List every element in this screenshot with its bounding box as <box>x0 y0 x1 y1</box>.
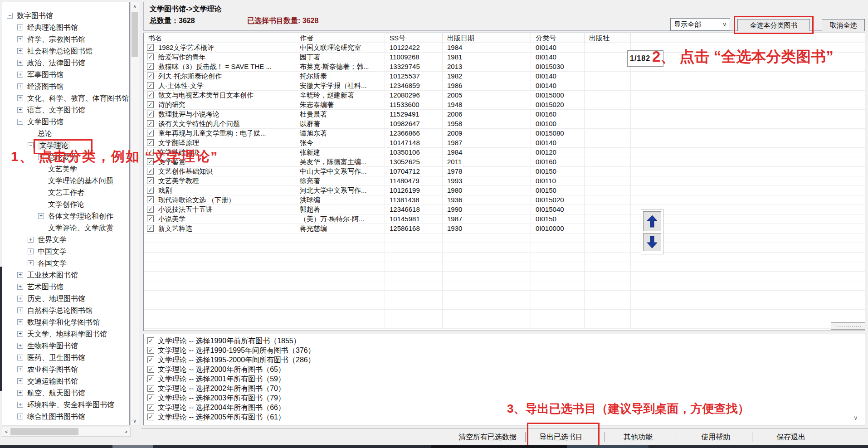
selection-list-item[interactable]: ✓文学理论 -- 选择2005年所有图书（61） <box>147 412 865 422</box>
table-row[interactable]: ✓谈有关文学特性的几个问题以群著1098264719580I0100 <box>144 119 865 129</box>
selection-checkbox[interactable]: ✓ <box>147 347 154 354</box>
expand-icon[interactable]: + <box>38 213 44 219</box>
expand-icon[interactable]: + <box>17 36 23 42</box>
move-up-button[interactable] <box>643 211 661 231</box>
tree-item[interactable]: +生物科学图书馆 <box>2 340 129 352</box>
table-row[interactable]: ✓数理批评与小说考论杜贵晨著1152949120060I0160 <box>144 110 865 119</box>
selection-checkbox[interactable]: ✓ <box>147 337 154 344</box>
cancel-select-all-button[interactable]: 取消全选 <box>822 19 865 31</box>
selection-checkbox[interactable]: ✓ <box>147 414 154 420</box>
column-header[interactable]: 出版日期 <box>443 33 531 43</box>
column-header[interactable]: 书名 <box>144 33 295 43</box>
table-row[interactable]: ✓小说美学（美）万·梅特尔·阿...1014598119870I0150 <box>144 214 865 224</box>
tree-item[interactable]: +医药、卫生图书馆 <box>2 352 129 364</box>
tree-item[interactable]: +经济图书馆 <box>2 81 129 93</box>
selection-checkbox[interactable]: ✓ <box>147 375 154 382</box>
expand-icon[interactable]: + <box>17 414 23 419</box>
row-checkbox[interactable]: ✓ <box>147 73 154 79</box>
selection-list-item[interactable]: ✓文学理论 -- 选择1995-2000年间所有图书（286） <box>147 355 865 365</box>
expand-icon[interactable]: + <box>17 402 23 408</box>
tree-item[interactable]: 文学理论的基本问题 <box>2 175 129 187</box>
expand-icon[interactable]: + <box>28 260 34 266</box>
tree-item[interactable]: 总论 <box>2 128 129 140</box>
tree-item[interactable]: −文学图书馆 <box>2 116 129 128</box>
collapse-icon[interactable]: − <box>7 13 13 19</box>
column-header[interactable]: SS号 <box>385 33 443 43</box>
tree-item[interactable]: +综合性图书图书馆 <box>2 411 129 423</box>
expand-icon[interactable]: + <box>17 284 23 290</box>
selection-list-item[interactable]: ✓文学理论 -- 选择2000年所有图书（65） <box>147 365 865 374</box>
row-checkbox[interactable]: ✓ <box>147 196 154 203</box>
expand-icon[interactable]: + <box>17 48 23 54</box>
move-down-button[interactable] <box>643 233 661 251</box>
save-exit-button[interactable]: 保存退出 <box>776 433 805 442</box>
expand-icon[interactable]: + <box>17 343 23 349</box>
selection-checkbox[interactable]: ✓ <box>147 366 154 373</box>
tree-item[interactable]: +农业科学图书馆 <box>2 364 129 375</box>
collapse-icon[interactable]: − <box>17 119 23 125</box>
scroll-up-arrow-icon[interactable]: ∧ <box>131 2 139 10</box>
tree-item[interactable]: +政治、法律图书馆 <box>2 57 129 69</box>
tree-item[interactable]: +自然科学总论图书馆 <box>2 305 129 317</box>
tree-item[interactable]: +经典理论图书馆 <box>2 22 129 34</box>
tree-item[interactable]: +社会科学总论图书馆 <box>2 45 129 57</box>
table-row[interactable]: ✓人·主体性·文学安徽大学学报（社科...1234685919860I0140 <box>144 81 865 91</box>
expand-icon[interactable]: + <box>17 60 23 66</box>
expand-icon[interactable]: + <box>17 331 23 337</box>
selection-list-item[interactable]: ✓文学理论 -- 选择2004年所有图书（66） <box>147 403 865 412</box>
tree-item[interactable]: +中国文学 <box>2 246 129 258</box>
table-row[interactable]: ✓文艺创作基础知识中山大学中文系写作...1070471219780I0150 <box>144 167 865 176</box>
tree-item[interactable]: +历史、地理图书馆 <box>2 293 129 305</box>
row-checkbox[interactable]: ✓ <box>147 215 154 222</box>
table-corner-button[interactable]: ............. <box>831 322 865 330</box>
tree-item[interactable]: +文化、科学、教育、体育图书馆 <box>2 93 129 104</box>
row-checkbox[interactable]: ✓ <box>147 177 154 184</box>
list-scroll-down-icon[interactable]: ∨ <box>853 414 858 421</box>
table-row[interactable]: ✓戏剧河北大学中文系写作...1012619919800I0150 <box>144 186 865 195</box>
row-checkbox[interactable]: ✓ <box>147 44 154 51</box>
tree-item[interactable]: 文艺工作者 <box>2 187 129 199</box>
tree-item[interactable]: +世界文学 <box>2 234 129 246</box>
table-row[interactable]: ✓诗的研究朱志泰编著1153360019480I015020 <box>144 100 865 110</box>
expand-icon[interactable]: + <box>17 378 23 384</box>
table-row[interactable]: ✓文学翻译原理张今1014714819870I0140 <box>144 138 865 148</box>
scroll-down-arrow-icon[interactable]: ∨ <box>131 417 139 425</box>
tree-item[interactable]: −数字图书馆 <box>2 10 129 22</box>
table-row[interactable]: ✓童年再现与儿童文学重构：电子媒...谭旭东著1236686620090I015… <box>144 129 865 138</box>
row-checkbox[interactable]: ✓ <box>147 101 154 108</box>
row-checkbox[interactable]: ✓ <box>147 168 154 175</box>
column-header[interactable]: 分类号 <box>531 33 585 43</box>
table-row[interactable]: ✓列夫·托尔斯泰论创作托尔斯泰1012553719820I0140 <box>144 72 865 81</box>
tree-item[interactable]: +军事图书馆 <box>2 69 129 81</box>
selection-list-item[interactable]: ✓文学理论 -- 选择1990年前所有图书（1855） <box>147 336 865 346</box>
selection-checkbox[interactable]: ✓ <box>147 385 154 392</box>
expand-icon[interactable]: + <box>17 272 23 278</box>
table-row[interactable]: ✓文学基础知识张新建1035010619840I0120 <box>144 148 865 157</box>
row-checkbox[interactable]: ✓ <box>147 206 154 213</box>
expand-icon[interactable]: + <box>17 296 23 302</box>
tree-item[interactable]: +各体文学理论和创作 <box>2 210 129 222</box>
expand-icon[interactable]: + <box>17 319 23 325</box>
selection-checkbox[interactable]: ✓ <box>147 394 154 401</box>
tree-item[interactable]: +各国文学 <box>2 258 129 269</box>
tree-horizontal-scrollbar[interactable]: < > <box>2 427 131 437</box>
other-functions-button[interactable]: 其他功能 <box>624 433 653 442</box>
tree-item[interactable]: +数理科学和化学图书馆 <box>2 317 129 328</box>
table-row[interactable]: ✓文艺美学教程徐亮著1148047919930I0110 <box>144 176 865 186</box>
expand-icon[interactable]: + <box>17 390 23 396</box>
scroll-right-arrow-icon[interactable]: > <box>122 428 130 436</box>
tree-item[interactable]: +交通运输图书馆 <box>2 375 129 387</box>
selection-checkbox[interactable]: ✓ <box>147 404 154 411</box>
selection-list-item[interactable]: ✓文学理论 -- 选择2001年所有图书（59） <box>147 374 865 384</box>
tree-vscroll-thumb[interactable] <box>132 12 138 57</box>
tree-item[interactable]: +工业技术图书馆 <box>2 269 129 281</box>
tree-item[interactable]: +艺术图书馆 <box>2 281 129 293</box>
expand-icon[interactable]: + <box>17 355 23 360</box>
expand-icon[interactable]: + <box>17 72 23 78</box>
table-row[interactable]: ✓新文艺粹选蒋光慈编1258616819300I010000 <box>144 224 865 234</box>
row-checkbox[interactable]: ✓ <box>147 92 154 98</box>
display-filter-dropdown[interactable]: 显示全部 ∨ <box>670 18 730 31</box>
tree-item[interactable]: +哲学、宗教图书馆 <box>2 34 129 45</box>
expand-icon[interactable]: + <box>28 237 34 243</box>
selection-list-item[interactable]: ✓文学理论 -- 选择2003年所有图书（79） <box>147 393 865 403</box>
